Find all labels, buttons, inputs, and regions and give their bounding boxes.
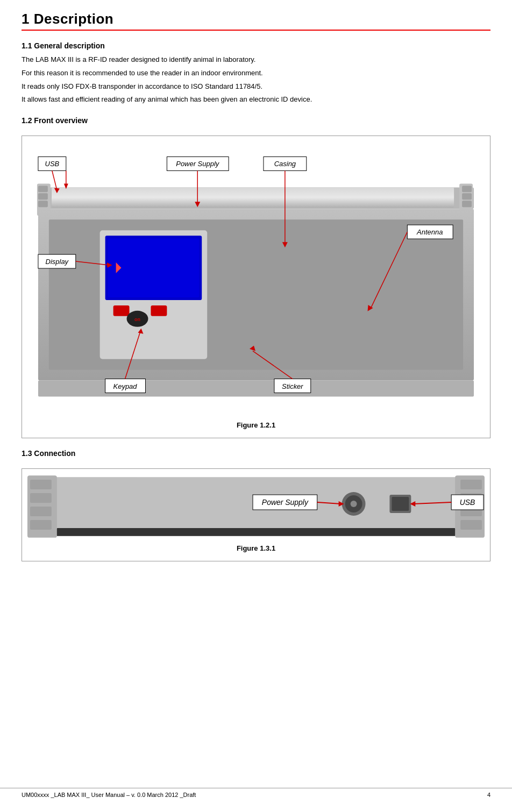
svg-text:Antenna: Antenna [416, 228, 443, 236]
section-1-3: 1.3 Connection [22, 449, 490, 561]
svg-rect-8 [462, 194, 472, 200]
svg-rect-56 [30, 480, 52, 489]
svg-rect-4 [38, 194, 48, 200]
page-header: 1 Description [22, 11, 490, 31]
svg-text:Keypad: Keypad [113, 382, 138, 390]
figure-1-2-1-caption: Figure 1.2.1 [22, 421, 490, 429]
svg-point-68 [351, 501, 357, 507]
device-back-view: Power Supply USB [22, 469, 490, 544]
svg-rect-59 [30, 520, 52, 530]
svg-rect-9 [462, 201, 472, 208]
svg-rect-61 [460, 480, 482, 489]
svg-rect-58 [30, 507, 52, 516]
section-title-1-3: 1.3 Connection [22, 449, 490, 458]
section-1-1: 1.1 General description The LAB MAX III … [22, 41, 490, 105]
svg-rect-23 [38, 381, 474, 397]
svg-text:Sticker: Sticker [282, 382, 303, 390]
page-title: 1 Description [22, 11, 490, 27]
body-line-4: It allows fast and efficient reading of … [22, 94, 490, 105]
section-title-1-2: 1.2 Front overview [22, 116, 490, 125]
body-line-1: The LAB MAX III is a RF-ID reader design… [22, 54, 490, 66]
svg-rect-12 [52, 188, 454, 208]
svg-rect-19 [113, 305, 130, 316]
figure-1-3-1-container: Power Supply USB Figure 1.3.1 [22, 468, 490, 561]
svg-text:Display: Display [46, 258, 69, 266]
svg-text:USB: USB [460, 498, 475, 507]
svg-text:USB: USB [45, 160, 60, 168]
svg-text:on: on [134, 317, 140, 322]
svg-rect-20 [151, 305, 167, 316]
svg-text:Casing: Casing [274, 160, 296, 168]
svg-text:Power Supply: Power Supply [176, 160, 220, 168]
figure-1-2-1-svg: DRAFT [22, 136, 490, 421]
figure-1-3-1-svg: Power Supply USB [22, 469, 490, 544]
footer-page: 4 [487, 792, 490, 798]
svg-text:Power Supply: Power Supply [262, 498, 309, 507]
section-title-1-1: 1.1 General description [22, 41, 490, 50]
body-line-3: It reads only ISO FDX-B transponder in a… [22, 81, 490, 92]
figure-1-3-1-caption: Figure 1.3.1 [22, 544, 490, 552]
figure-1-2-1-container: DRAFT [22, 136, 490, 438]
footer-text: UM00xxxx _LAB MAX III_ User Manual – v. … [22, 792, 196, 798]
svg-rect-65 [57, 528, 455, 536]
svg-rect-5 [38, 201, 48, 208]
svg-rect-17 [108, 238, 200, 297]
page-footer: UM00xxxx _LAB MAX III_ User Manual – v. … [0, 788, 512, 801]
svg-rect-3 [38, 186, 48, 193]
svg-rect-64 [460, 520, 482, 530]
section-1-2: 1.2 Front overview DRAFT [22, 116, 490, 438]
body-line-2: For this reason it is recommended to use… [22, 68, 490, 79]
svg-rect-57 [30, 493, 52, 503]
svg-rect-7 [462, 186, 472, 193]
device-front-view: DRAFT [22, 136, 490, 421]
svg-line-40 [52, 171, 57, 190]
svg-rect-70 [392, 497, 409, 511]
